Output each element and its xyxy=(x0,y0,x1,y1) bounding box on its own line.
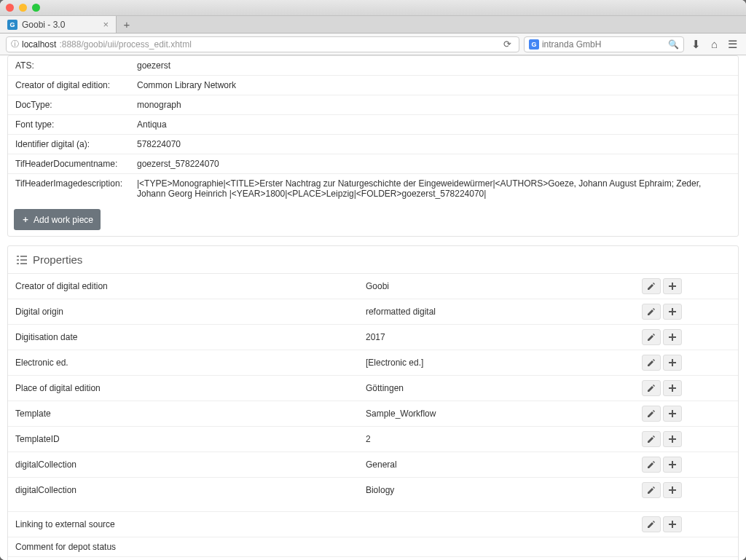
table-row: Creator of digital editionGoobi xyxy=(8,274,738,299)
favicon-icon: G xyxy=(7,20,17,30)
property-value: goezerst xyxy=(130,56,738,76)
property-value: reformatted digital xyxy=(358,299,632,325)
add-button[interactable] xyxy=(663,278,682,294)
add-work-piece-button[interactable]: ＋ Add work piece xyxy=(14,209,101,230)
property-key: Creator of digital edition: xyxy=(8,76,130,95)
table-row: ATS:goezerst xyxy=(8,56,738,76)
url-field[interactable]: ⓘ localhost:8888/goobi/uii/process_edit.… xyxy=(6,36,519,52)
edit-button[interactable] xyxy=(642,406,661,422)
search-field[interactable]: G 🔍 xyxy=(524,36,684,52)
svg-rect-5 xyxy=(20,263,27,264)
search-input[interactable] xyxy=(542,39,665,50)
titlebar xyxy=(0,0,746,16)
address-bar: ⓘ localhost:8888/goobi/uii/process_edit.… xyxy=(0,33,746,55)
property-key: Identifier digital (a): xyxy=(8,135,130,154)
property-value: Sample_Workflow xyxy=(358,401,632,427)
property-name: Linking to external source xyxy=(8,512,358,537)
property-value: |<TYPE>Monographie|<TITLE>Erster Nachtra… xyxy=(130,174,738,204)
properties-panel: Properties Creator of digital editionGoo… xyxy=(7,245,739,560)
add-button[interactable] xyxy=(663,457,682,473)
properties-header: Properties xyxy=(8,246,738,274)
window-controls xyxy=(6,4,40,12)
reload-icon[interactable]: ⟳ xyxy=(500,39,514,50)
add-button[interactable] xyxy=(663,355,682,371)
plus-icon: ＋ xyxy=(21,213,30,226)
browser-tab[interactable]: G Goobi - 3.0 × xyxy=(0,16,117,33)
table-row: Placeholder card stored in depot xyxy=(8,557,738,561)
home-icon[interactable]: ⌂ xyxy=(708,38,721,50)
url-host: localhost xyxy=(22,39,56,50)
property-value: Common Library Network xyxy=(130,76,738,95)
actions-cell xyxy=(632,452,738,478)
properties-table: Creator of digital editionGoobiDigital o… xyxy=(8,274,738,560)
add-button[interactable] xyxy=(663,304,682,320)
actions-cell xyxy=(632,350,738,376)
table-row: Font type:Antiqua xyxy=(8,115,738,135)
property-value: 2 xyxy=(358,427,632,452)
table-row: TemplateSample_Workflow xyxy=(8,401,738,427)
menu-icon[interactable]: ☰ xyxy=(725,38,740,51)
property-value: 578224070 xyxy=(130,135,738,154)
actions-cell xyxy=(632,376,738,401)
downloads-icon[interactable]: ⬇ xyxy=(688,38,704,51)
actions-cell xyxy=(632,478,738,503)
property-value: Antiqua xyxy=(130,115,738,135)
property-value xyxy=(358,557,632,561)
edit-button[interactable] xyxy=(642,278,661,294)
new-tab-button[interactable]: + xyxy=(117,16,137,33)
property-value: [Electronic ed.] xyxy=(358,350,632,376)
properties-title: Properties xyxy=(33,253,82,266)
edit-button[interactable] xyxy=(642,380,661,396)
page-content: ATS:goezerstCreator of digital edition:C… xyxy=(0,55,746,560)
actions-cell xyxy=(632,325,738,350)
add-button[interactable] xyxy=(663,329,682,345)
table-row: Digitisation date2017 xyxy=(8,325,738,350)
table-row: DocType:monograph xyxy=(8,95,738,115)
property-value xyxy=(358,537,632,557)
add-button[interactable] xyxy=(663,380,682,396)
property-name: Digitisation date xyxy=(8,325,358,350)
svg-rect-3 xyxy=(20,259,27,261)
property-value: Göttingen xyxy=(358,376,632,401)
tab-close-icon[interactable]: × xyxy=(103,19,109,30)
magnifier-icon: 🔍 xyxy=(668,39,679,50)
actions-cell xyxy=(632,274,738,299)
actions-cell xyxy=(632,299,738,325)
edit-button[interactable] xyxy=(642,355,661,371)
svg-rect-0 xyxy=(17,256,19,257)
minimize-window-icon[interactable] xyxy=(19,4,27,12)
property-name: Place of digital edition xyxy=(8,376,358,401)
edit-button[interactable] xyxy=(642,304,661,320)
url-path: :8888/goobi/uii/process_edit.xhtml xyxy=(59,39,191,50)
list-icon xyxy=(17,255,27,265)
property-value: General xyxy=(358,452,632,478)
property-value: Biology xyxy=(358,478,632,503)
property-key: TifHeaderImagedescription: xyxy=(8,174,130,204)
property-name: Creator of digital edition xyxy=(8,274,358,299)
edit-button[interactable] xyxy=(642,457,661,473)
property-name: Digital origin xyxy=(8,299,358,325)
edit-button[interactable] xyxy=(642,516,661,532)
add-button[interactable] xyxy=(663,482,682,498)
property-key: Font type: xyxy=(8,115,130,135)
add-button[interactable] xyxy=(663,516,682,532)
edit-button[interactable] xyxy=(642,329,661,345)
browser-window: G Goobi - 3.0 × + ⓘ localhost:8888/goobi… xyxy=(0,0,746,560)
property-key: DocType: xyxy=(8,95,130,115)
close-window-icon[interactable] xyxy=(6,4,14,12)
maximize-window-icon[interactable] xyxy=(32,4,40,12)
workpiece-table: ATS:goezerstCreator of digital edition:C… xyxy=(8,56,738,203)
edit-button[interactable] xyxy=(642,431,661,447)
property-key: ATS: xyxy=(8,56,130,76)
table-row: TifHeaderImagedescription:|<TYPE>Monogra… xyxy=(8,174,738,204)
tab-title: Goobi - 3.0 xyxy=(22,20,65,30)
actions-cell xyxy=(632,427,738,452)
actions-cell xyxy=(632,512,738,537)
svg-rect-4 xyxy=(17,263,19,264)
property-name: Placeholder card stored in depot xyxy=(8,557,358,561)
property-name: digitalCollection xyxy=(8,478,358,503)
add-button[interactable] xyxy=(663,406,682,422)
property-value: monograph xyxy=(130,95,738,115)
edit-button[interactable] xyxy=(642,482,661,498)
add-button[interactable] xyxy=(663,431,682,447)
